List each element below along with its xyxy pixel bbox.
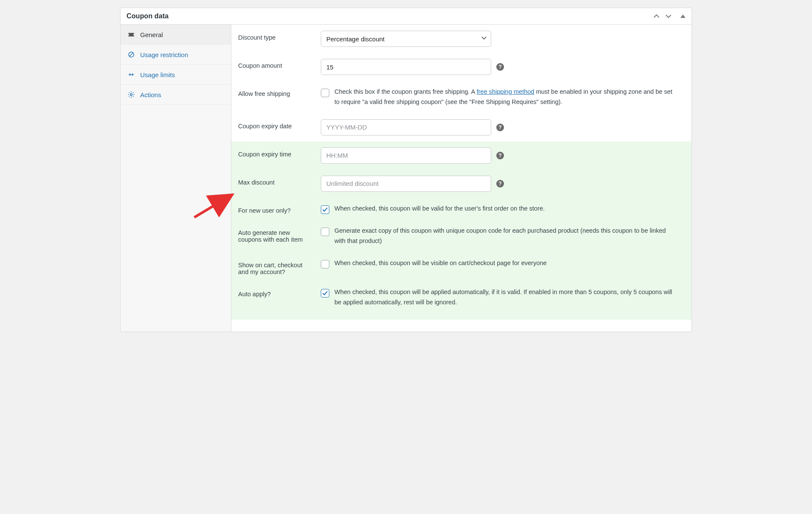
field-discount-type: Discount type Percentage discount xyxy=(231,25,691,53)
auto-apply-label: Auto apply? xyxy=(238,287,314,297)
tab-usage-restriction[interactable]: Usage restriction xyxy=(121,45,231,65)
help-icon[interactable]: ? xyxy=(496,63,504,71)
new-user-only-desc: When checked, this coupon will be valid … xyxy=(334,204,545,214)
new-user-only-checkbox[interactable] xyxy=(321,205,329,214)
show-on-cart-desc: When checked, this coupon will be visibl… xyxy=(334,258,547,269)
help-icon[interactable]: ? xyxy=(496,180,504,188)
coupon-amount-input[interactable] xyxy=(321,59,491,75)
field-show-on-cart: Show on cart, checkout and my account? W… xyxy=(231,252,691,281)
discount-type-select[interactable]: Percentage discount xyxy=(321,31,491,47)
expiry-time-input[interactable] xyxy=(321,147,491,164)
auto-generate-desc: Generate exact copy of this coupon with … xyxy=(334,226,675,246)
ticket-icon xyxy=(127,31,135,38)
tab-usage-restriction-label: Usage restriction xyxy=(140,51,188,58)
coupon-tabs-sidebar: General Usage restriction Usage limits xyxy=(121,25,231,332)
max-discount-input[interactable] xyxy=(321,176,491,192)
svg-line-1 xyxy=(130,53,133,57)
general-tab-content: Discount type Percentage discount xyxy=(231,25,691,332)
ban-icon xyxy=(127,51,135,58)
field-new-user-only: For new user only? When checked, this co… xyxy=(231,198,691,220)
show-on-cart-checkbox[interactable] xyxy=(321,260,329,269)
svg-point-5 xyxy=(130,94,132,96)
collapse-button[interactable] xyxy=(680,14,685,19)
tab-general-label: General xyxy=(140,31,163,38)
new-user-only-label: For new user only? xyxy=(238,204,314,214)
field-expiry-date: Coupon expiry date ? xyxy=(231,113,691,141)
expiry-time-label: Coupon expiry time xyxy=(238,147,314,158)
expiry-date-label: Coupon expiry date xyxy=(238,119,314,130)
free-shipping-label: Allow free shipping xyxy=(238,87,314,97)
help-icon[interactable]: ? xyxy=(496,124,504,131)
help-icon[interactable]: ? xyxy=(496,152,504,159)
show-on-cart-label: Show on cart, checkout and my account? xyxy=(238,258,314,275)
coupon-data-panel: Coupon data xyxy=(120,8,692,332)
coupon-amount-label: Coupon amount xyxy=(238,59,314,69)
free-shipping-desc: Check this box if the coupon grants free… xyxy=(334,87,675,107)
free-shipping-checkbox[interactable] xyxy=(321,89,329,97)
panel-title: Coupon data xyxy=(127,12,169,20)
discount-type-label: Discount type xyxy=(238,31,314,41)
field-auto-apply: Auto apply? When checked, this coupon wi… xyxy=(231,281,691,320)
panel-header: Coupon data xyxy=(121,8,691,25)
max-discount-label: Max discount xyxy=(238,176,314,186)
auto-apply-checkbox[interactable] xyxy=(321,289,329,297)
tab-usage-limits-label: Usage limits xyxy=(140,71,175,78)
free-shipping-method-link[interactable]: free shipping method xyxy=(477,88,534,95)
move-down-button[interactable] xyxy=(665,13,672,20)
tab-usage-limits[interactable]: Usage limits xyxy=(121,65,231,85)
auto-generate-checkbox[interactable] xyxy=(321,228,329,236)
tab-actions-label: Actions xyxy=(140,91,161,98)
tab-general[interactable]: General xyxy=(121,25,231,45)
field-auto-generate: Auto generate new coupons with each item… xyxy=(231,220,691,252)
tab-actions[interactable]: Actions xyxy=(121,85,231,105)
panel-header-actions xyxy=(653,13,685,20)
auto-generate-label: Auto generate new coupons with each item xyxy=(238,226,314,243)
limits-icon xyxy=(127,71,135,78)
field-free-shipping: Allow free shipping Check this box if th… xyxy=(231,81,691,113)
field-coupon-amount: Coupon amount ? xyxy=(231,53,691,81)
field-max-discount: Max discount ? xyxy=(231,170,691,198)
expiry-date-input[interactable] xyxy=(321,119,491,136)
field-expiry-time: Coupon expiry time ? xyxy=(231,141,691,170)
auto-apply-desc: When checked, this coupon will be applie… xyxy=(334,287,675,308)
move-up-button[interactable] xyxy=(653,13,660,20)
gear-icon xyxy=(127,91,135,98)
